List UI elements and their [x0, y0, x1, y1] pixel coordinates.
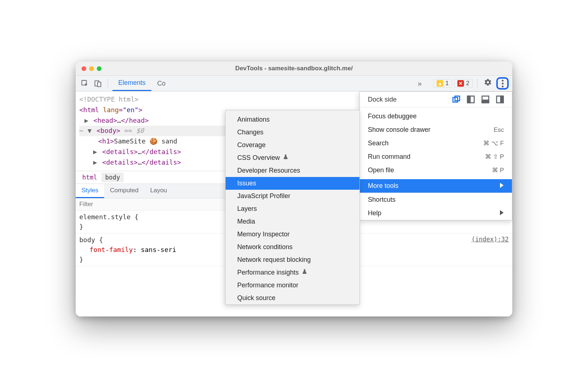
menu-item-label: More tools — [368, 182, 398, 190]
toolbar-divider — [108, 79, 108, 88]
submenu-item-label: CSS Overview — [237, 154, 280, 162]
svg-rect-8 — [482, 100, 489, 103]
submenu-item-label: Network conditions — [237, 243, 293, 251]
main-menu: Dock side Focus debuggeeShow console dra… — [359, 91, 512, 220]
expand-arrow-icon[interactable]: ▶ — [93, 157, 98, 168]
flask-icon — [302, 269, 307, 276]
rule-source-link[interactable]: (index):32 — [472, 235, 509, 244]
titlebar: DevTools - samesite-sandbox.glitch.me/ — [76, 62, 512, 75]
submenu-item-label: Coverage — [237, 141, 266, 149]
tab-layout-truncated[interactable]: Layou — [144, 184, 173, 198]
submenu-arrow-icon — [500, 209, 504, 217]
submenu-item[interactable]: CSS Overview — [226, 151, 359, 164]
errors-badge[interactable]: ✕ 2 — [454, 79, 473, 88]
submenu-item[interactable]: Animations — [226, 113, 359, 126]
submenu-item[interactable]: Media — [226, 215, 359, 228]
menu-help[interactable]: Help — [360, 206, 512, 220]
menu-item-shortcut: ⌘ ⇧ P — [485, 153, 504, 161]
menu-item-label: Open file — [368, 166, 394, 174]
expand-arrow-icon[interactable]: ▶ — [84, 115, 90, 126]
submenu-item[interactable]: Network request blocking — [226, 253, 359, 266]
submenu-item[interactable]: Coverage — [226, 139, 359, 151]
tabs-overflow-button[interactable]: » — [414, 79, 425, 88]
html-tag-open: <html — [79, 106, 103, 114]
svg-rect-6 — [468, 96, 470, 103]
submenu-item-label: Changes — [237, 129, 263, 136]
submenu-item-label: JavaScript Profiler — [237, 192, 290, 200]
kebab-icon — [502, 80, 504, 87]
submenu-item[interactable]: Changes — [226, 126, 359, 139]
settings-button[interactable] — [482, 78, 494, 88]
maximize-window-button[interactable] — [97, 66, 102, 71]
close-window-button[interactable] — [82, 66, 86, 71]
main-toolbar: Elements Co » ▲ 1 ✕ 2 — [76, 75, 512, 91]
warnings-count: 1 — [445, 80, 449, 87]
devtools-window: DevTools - samesite-sandbox.glitch.me/ E… — [76, 62, 512, 316]
more-options-button[interactable] — [496, 77, 509, 90]
submenu-item-label: Performance insights — [237, 269, 299, 276]
flask-icon — [283, 154, 289, 162]
toolbar-divider — [477, 79, 477, 88]
submenu-item[interactable]: Network conditions — [226, 241, 359, 253]
menu-item-label: Help — [368, 209, 381, 217]
menu-shortcuts[interactable]: Shortcuts — [360, 193, 512, 206]
warning-icon: ▲ — [437, 80, 443, 87]
menu-item-label: Search — [368, 139, 389, 147]
expand-arrow-icon[interactable]: ▶ — [93, 147, 98, 157]
dock-bottom-icon[interactable] — [481, 95, 489, 103]
submenu-item-label: Memory Inspector — [237, 231, 290, 238]
submenu-item-label: Media — [237, 218, 255, 225]
submenu-item[interactable]: Developer Resources — [226, 164, 359, 177]
panel-tabs: Elements Co — [112, 76, 171, 91]
menu-more-tools[interactable]: More tools — [360, 179, 512, 193]
dock-left-icon[interactable] — [467, 95, 475, 103]
submenu-item[interactable]: JavaScript Profiler — [226, 190, 359, 202]
svg-rect-10 — [501, 96, 503, 103]
menu-item-label: Shortcuts — [368, 196, 396, 204]
submenu-item[interactable]: Performance monitor — [226, 279, 359, 292]
submenu-item-label: Animations — [237, 116, 270, 123]
dock-undock-icon[interactable] — [452, 95, 460, 103]
body-tag[interactable]: <body> — [97, 127, 120, 134]
window-title: DevTools - samesite-sandbox.glitch.me/ — [76, 65, 512, 72]
menu-item-shortcut: ⌘ P — [492, 166, 504, 174]
submenu-arrow-icon — [500, 182, 504, 190]
submenu-item-label: Quick source — [237, 294, 275, 302]
traffic-lights — [82, 66, 102, 71]
menu-item[interactable]: Focus debuggee — [360, 110, 512, 123]
tab-console-truncated[interactable]: Co — [151, 76, 171, 91]
error-icon: ✕ — [457, 80, 464, 87]
submenu-item[interactable]: Performance insights — [226, 266, 359, 279]
menu-item[interactable]: Run command⌘ ⇧ P — [360, 150, 512, 164]
warnings-badge[interactable]: ▲ 1 — [433, 79, 452, 88]
menu-item-shortcut: Esc — [494, 126, 504, 134]
dock-side-row: Dock side — [360, 92, 512, 107]
menu-item[interactable]: Open file⌘ P — [360, 164, 512, 177]
submenu-item[interactable]: Quick source — [226, 292, 359, 304]
svg-rect-2 — [98, 82, 101, 87]
menu-item[interactable]: Show console drawerEsc — [360, 123, 512, 137]
panel-body: <!DOCTYPE html> <html lang="en"> ▶ <head… — [76, 91, 512, 316]
submenu-item[interactable]: Issues — [226, 177, 359, 190]
dock-right-icon[interactable] — [496, 95, 504, 103]
submenu-item-label: Developer Resources — [237, 167, 300, 174]
tab-elements[interactable]: Elements — [112, 76, 151, 91]
submenu-item[interactable]: Memory Inspector — [226, 228, 359, 241]
tab-computed[interactable]: Computed — [104, 184, 144, 198]
dock-side-label: Dock side — [368, 96, 397, 103]
collapse-arrow-icon[interactable]: ▼ — [88, 126, 93, 136]
more-tools-submenu: AnimationsChangesCoverageCSS OverviewDev… — [225, 110, 360, 305]
styles-filter-input[interactable] — [79, 201, 152, 208]
errors-count: 2 — [466, 80, 469, 87]
menu-item[interactable]: Search⌘ ⌥ F — [360, 137, 512, 150]
inspect-element-button[interactable] — [79, 78, 90, 89]
submenu-item[interactable]: Layers — [226, 202, 359, 215]
menu-item-label: Focus debuggee — [368, 113, 417, 120]
breadcrumb-body[interactable]: body — [102, 173, 124, 182]
tab-styles[interactable]: Styles — [76, 184, 104, 198]
submenu-item-label: Network request blocking — [237, 256, 311, 264]
breadcrumb-html[interactable]: html — [79, 173, 101, 182]
menu-item-label: Run command — [368, 153, 410, 161]
device-toolbar-button[interactable] — [92, 78, 103, 89]
minimize-window-button[interactable] — [89, 66, 94, 71]
